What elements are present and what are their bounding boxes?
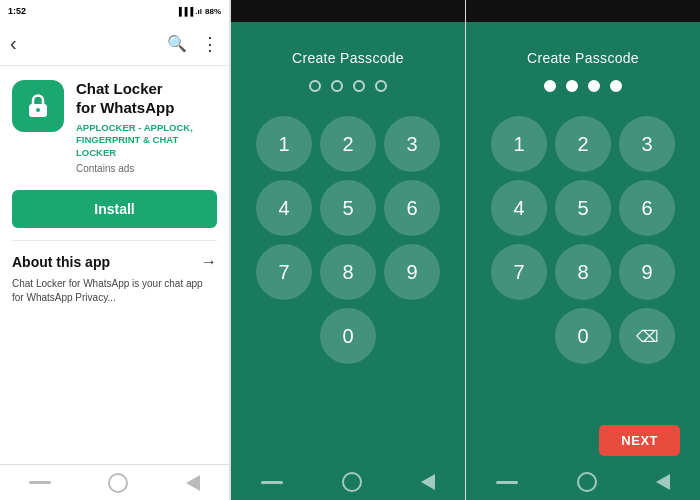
passcode-panel-empty: Create Passcode 1 2 3 4 5 6 7 8 9 0 <box>231 0 465 500</box>
key-6b[interactable]: 6 <box>619 180 675 236</box>
nav-back-icon[interactable] <box>186 475 200 491</box>
about-section: About this app → Chat Locker for WhatsAp… <box>0 241 229 310</box>
dot-filled-2 <box>566 80 578 92</box>
about-header: About this app → <box>12 253 217 271</box>
key-1[interactable]: 1 <box>256 116 312 172</box>
install-button[interactable]: Install <box>12 190 217 228</box>
key-8[interactable]: 8 <box>320 244 376 300</box>
app-icon <box>12 80 64 132</box>
key-4b[interactable]: 4 <box>491 180 547 236</box>
key-1b[interactable]: 1 <box>491 116 547 172</box>
key-7b[interactable]: 7 <box>491 244 547 300</box>
nav-home-icon-1[interactable] <box>342 472 362 492</box>
passcode-title-2: Create Passcode <box>527 50 639 66</box>
dot-3 <box>353 80 365 92</box>
key-0[interactable]: 0 <box>320 308 376 364</box>
key-7[interactable]: 7 <box>256 244 312 300</box>
dot-1 <box>309 80 321 92</box>
about-description: Chat Locker for WhatsApp is your chat ap… <box>12 277 217 306</box>
app-title: Chat Locker for WhatsApp <box>76 80 217 118</box>
passcode-status-bar-2 <box>466 0 700 22</box>
nav-recents-icon-2[interactable] <box>496 481 518 484</box>
nav-home-icon[interactable] <box>108 473 128 493</box>
top-bar: ‹ 🔍 ⋮ <box>0 22 229 66</box>
nav-back-icon-1[interactable] <box>421 474 435 490</box>
passcode-dots-2 <box>544 80 622 92</box>
search-icon[interactable]: 🔍 <box>167 34 187 53</box>
passcode-nav-bar-2 <box>466 464 700 500</box>
app-subtitle: APPLOCKER - APPLOCK, FINGERPRINT & CHAT … <box>76 122 217 160</box>
key-5b[interactable]: 5 <box>555 180 611 236</box>
passcode-status-bar-1 <box>231 0 465 22</box>
more-icon[interactable]: ⋮ <box>201 33 219 55</box>
nav-back-icon-2[interactable] <box>656 474 670 490</box>
status-bar: 1:52 ▐▐▐ .ıl 88% <box>0 0 229 22</box>
key-6[interactable]: 6 <box>384 180 440 236</box>
nav-recents-icon[interactable] <box>29 481 51 484</box>
key-2[interactable]: 2 <box>320 116 376 172</box>
passcode-panel-filled: Create Passcode 1 2 3 4 5 6 7 8 9 0 ⌫ NE… <box>466 0 700 500</box>
dot-4 <box>375 80 387 92</box>
key-9b[interactable]: 9 <box>619 244 675 300</box>
key-9[interactable]: 9 <box>384 244 440 300</box>
key-4[interactable]: 4 <box>256 180 312 236</box>
next-button[interactable]: NEXT <box>599 425 680 456</box>
dot-filled-3 <box>588 80 600 92</box>
dot-filled-1 <box>544 80 556 92</box>
app-listing-panel: 1:52 ▐▐▐ .ıl 88% ‹ 🔍 ⋮ Chat Locker for W… <box>0 0 230 500</box>
keypad-1: 1 2 3 4 5 6 7 8 9 0 <box>256 116 440 364</box>
passcode-title-1: Create Passcode <box>292 50 404 66</box>
status-icons: ▐▐▐ .ıl 88% <box>176 7 221 16</box>
nav-home-icon-2[interactable] <box>577 472 597 492</box>
key-0b[interactable]: 0 <box>555 308 611 364</box>
app-contains: Contains ads <box>76 163 217 174</box>
about-title: About this app <box>12 254 110 270</box>
app-details: Chat Locker for WhatsApp APPLOCKER - APP… <box>76 80 217 174</box>
about-arrow[interactable]: → <box>201 253 217 271</box>
passcode-dots-1 <box>309 80 387 92</box>
key-3b[interactable]: 3 <box>619 116 675 172</box>
key-3[interactable]: 3 <box>384 116 440 172</box>
app-info: Chat Locker for WhatsApp APPLOCKER - APP… <box>0 66 229 184</box>
key-5[interactable]: 5 <box>320 180 376 236</box>
dot-2 <box>331 80 343 92</box>
back-button[interactable]: ‹ <box>10 32 17 55</box>
key-2b[interactable]: 2 <box>555 116 611 172</box>
lock-icon <box>23 91 53 121</box>
keypad-2: 1 2 3 4 5 6 7 8 9 0 ⌫ <box>491 116 675 364</box>
passcode-nav-bar-1 <box>231 464 465 500</box>
svg-point-1 <box>36 108 40 112</box>
nav-bar <box>0 464 229 500</box>
status-time: 1:52 <box>8 6 26 16</box>
dot-filled-4 <box>610 80 622 92</box>
backspace-button[interactable]: ⌫ <box>619 308 675 364</box>
nav-recents-icon-1[interactable] <box>261 481 283 484</box>
key-8b[interactable]: 8 <box>555 244 611 300</box>
